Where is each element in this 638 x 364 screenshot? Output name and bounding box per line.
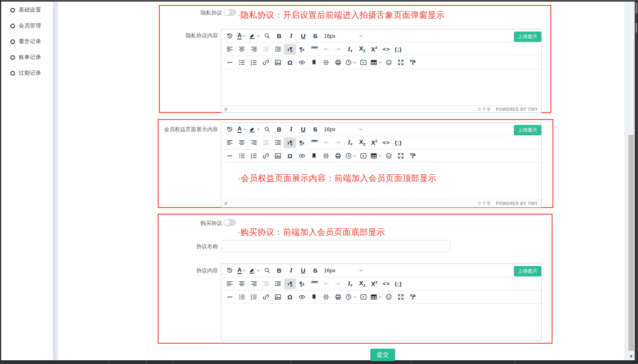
insert-datetime-icon[interactable] — [344, 151, 357, 161]
ordered-list-icon[interactable]: 123 — [248, 292, 260, 303]
sidebar-item-basic-settings[interactable]: 基础设置 — [1, 2, 53, 18]
sidebar-item-tongue-records[interactable]: 看舌记录 — [1, 34, 53, 49]
ordered-list-icon[interactable]: 123 — [248, 151, 260, 161]
code-icon[interactable]: <> — [380, 278, 392, 289]
image-icon[interactable] — [272, 151, 284, 161]
code-icon[interactable]: <> — [380, 137, 392, 148]
link-icon[interactable] — [260, 151, 272, 161]
underline-icon[interactable]: U — [297, 265, 309, 276]
horizontal-rule-icon[interactable] — [224, 57, 236, 68]
blockquote-icon[interactable]: ”” — [308, 278, 320, 289]
fullscreen-icon[interactable] — [395, 292, 407, 303]
preview-icon[interactable] — [296, 292, 308, 303]
special-character-icon[interactable]: Ω — [284, 57, 296, 68]
insert-datetime-icon[interactable] — [344, 57, 357, 68]
restore-draft-icon[interactable] — [224, 124, 236, 135]
blockquote-icon[interactable]: ”” — [308, 44, 320, 55]
indent-icon[interactable] — [272, 44, 284, 55]
anchor-icon[interactable] — [308, 151, 320, 161]
editor-content-area[interactable]: ·会员权益页面展示内容：前端加入会员页面顶部显示 — [221, 163, 541, 200]
ordered-list-icon[interactable]: 123 — [248, 57, 260, 68]
superscript-icon[interactable]: X2 — [368, 44, 380, 55]
print-icon[interactable] — [332, 151, 344, 161]
indent-icon[interactable] — [272, 137, 284, 148]
bold-icon[interactable]: B — [273, 31, 285, 42]
vertical-scrollbar[interactable]: ▼ — [628, 2, 635, 360]
media-icon[interactable] — [357, 292, 369, 303]
code-sample-icon[interactable]: {;} — [392, 137, 404, 148]
bold-icon[interactable]: B — [273, 265, 285, 276]
subscript-icon[interactable]: X2 — [356, 137, 368, 148]
align-right-icon[interactable] — [248, 137, 260, 148]
italic-icon[interactable]: I — [285, 31, 297, 42]
search-replace-icon[interactable] — [261, 124, 273, 135]
anchor-icon[interactable] — [308, 57, 320, 68]
special-character-icon[interactable]: Ω — [284, 292, 296, 303]
align-left-icon[interactable] — [224, 44, 236, 55]
editor-content-area[interactable] — [221, 69, 541, 105]
align-right-icon[interactable] — [248, 278, 260, 289]
align-center-icon[interactable] — [236, 44, 248, 55]
align-center-icon[interactable] — [236, 137, 248, 148]
preview-icon[interactable] — [296, 151, 308, 161]
horizontal-rule-icon[interactable] — [224, 151, 236, 161]
text-color-icon[interactable]: A — [236, 265, 248, 276]
align-left-icon[interactable] — [224, 137, 236, 148]
horizontal-rule-icon[interactable] — [224, 292, 236, 303]
superscript-icon[interactable]: X2 — [368, 137, 380, 148]
remove-format-icon[interactable]: Ix — [344, 278, 356, 289]
background-color-icon[interactable] — [248, 124, 261, 135]
bold-icon[interactable]: B — [273, 124, 285, 135]
background-color-icon[interactable] — [248, 265, 261, 276]
image-icon[interactable] — [272, 292, 284, 303]
indent-icon[interactable] — [272, 278, 284, 289]
search-replace-icon[interactable] — [261, 31, 273, 42]
ltr-icon[interactable]: ›¶ — [284, 278, 296, 289]
preview-icon[interactable] — [296, 57, 308, 68]
code-icon[interactable]: <> — [380, 44, 392, 55]
remove-format-icon[interactable]: Ix — [344, 137, 356, 148]
rtl-icon[interactable]: ¶‹ — [296, 278, 308, 289]
insert-datetime-icon[interactable] — [344, 292, 357, 303]
link-icon[interactable] — [260, 292, 272, 303]
format-painter-icon[interactable] — [407, 292, 419, 303]
text-color-icon[interactable]: A — [236, 124, 248, 135]
ltr-icon[interactable]: ›¶ — [284, 44, 296, 55]
upload-image-button[interactable]: 上传图片 — [514, 32, 541, 42]
code-sample-icon[interactable]: {;} — [392, 278, 404, 289]
table-icon[interactable] — [369, 151, 383, 161]
sidebar-item-bill-records[interactable]: 账单记录 — [1, 49, 53, 65]
page-break-icon[interactable] — [320, 57, 332, 68]
subscript-icon[interactable]: X2 — [356, 278, 368, 289]
search-replace-icon[interactable] — [261, 265, 273, 276]
link-icon[interactable] — [260, 57, 272, 68]
purchase-toggle[interactable] — [224, 219, 236, 226]
print-icon[interactable] — [332, 57, 344, 68]
format-painter-icon[interactable] — [407, 151, 419, 161]
subscript-icon[interactable]: X2 — [356, 44, 368, 55]
fullscreen-icon[interactable] — [395, 151, 407, 161]
privacy-toggle[interactable] — [224, 9, 236, 16]
table-icon[interactable] — [369, 292, 383, 303]
strikethrough-icon[interactable]: S — [309, 124, 321, 135]
font-size-select[interactable]: 16px — [321, 265, 365, 276]
italic-icon[interactable]: I — [285, 265, 297, 276]
scrollbar-down-arrow-icon[interactable]: ▼ — [629, 354, 633, 359]
align-left-icon[interactable] — [224, 278, 236, 289]
sidebar-item-expired-records[interactable]: 过期记录 — [1, 65, 53, 81]
superscript-icon[interactable]: X2 — [368, 278, 380, 289]
align-center-icon[interactable] — [236, 278, 248, 289]
blockquote-icon[interactable]: ”” — [308, 137, 320, 148]
unordered-list-icon[interactable] — [236, 292, 248, 303]
font-size-select[interactable]: 16px — [321, 31, 365, 42]
underline-icon[interactable]: U — [297, 31, 309, 42]
italic-icon[interactable]: I — [285, 124, 297, 135]
strikethrough-icon[interactable]: S — [309, 31, 321, 42]
unordered-list-icon[interactable] — [236, 57, 248, 68]
agreement-name-input[interactable] — [221, 240, 450, 252]
emoticons-icon[interactable] — [383, 292, 395, 303]
restore-draft-icon[interactable] — [224, 31, 236, 42]
rtl-icon[interactable]: ¶‹ — [296, 44, 308, 55]
unordered-list-icon[interactable] — [236, 151, 248, 161]
restore-draft-icon[interactable] — [224, 265, 236, 276]
